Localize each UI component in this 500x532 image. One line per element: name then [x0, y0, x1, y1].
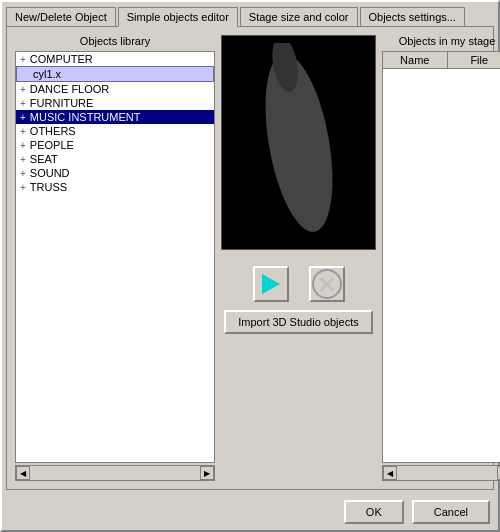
ok-button[interactable]: OK: [344, 500, 404, 524]
tree-item-others[interactable]: + OTHERS: [16, 124, 214, 138]
expand-icon: +: [20, 54, 26, 65]
tree-label-cyl1x: cyl1.x: [33, 68, 61, 80]
preview-svg: [254, 43, 344, 243]
bottom-buttons: OK Cancel: [2, 494, 498, 530]
tree-item-sound[interactable]: + SOUND: [16, 166, 214, 180]
tab-bar: New/Delete Object Simple objects editor …: [2, 2, 498, 26]
preview-box: [221, 35, 376, 250]
scroll-track[interactable]: [32, 469, 198, 477]
right-panel: Objects in my stage Name File ◀ ▶: [382, 35, 500, 481]
tree-item-furniture[interactable]: + FURNITURE: [16, 96, 214, 110]
import-3d-studio-button[interactable]: Import 3D Studio objects: [224, 310, 372, 334]
x-circle-icon: [312, 269, 342, 299]
tree-label-dance-floor: DANCE FLOOR: [30, 83, 109, 95]
stage-rows: [383, 69, 500, 269]
expand-icon: +: [20, 126, 26, 137]
stage-table-header: Name File: [383, 52, 500, 69]
tree-label-others: OTHERS: [30, 125, 76, 137]
right-scroll-left-button[interactable]: ◀: [383, 466, 397, 480]
tree-item-computer[interactable]: + COMPUTER: [16, 52, 214, 66]
stage-col-file: File: [448, 52, 501, 68]
right-scroll-track[interactable]: [399, 469, 495, 477]
tab-new-delete[interactable]: New/Delete Object: [6, 7, 116, 27]
stage-col-name: Name: [383, 52, 448, 68]
tree-item-dance-floor[interactable]: + DANCE FLOOR: [16, 82, 214, 96]
tree-label-music-instrument: MUSIC INSTRUMENT: [30, 111, 141, 123]
scroll-right-button[interactable]: ▶: [200, 466, 214, 480]
tree-item-seat[interactable]: + SEAT: [16, 152, 214, 166]
scroll-left-button[interactable]: ◀: [16, 466, 30, 480]
right-panel-hscrollbar[interactable]: ◀ ▶: [382, 465, 500, 481]
expand-icon: +: [20, 168, 26, 179]
expand-icon: +: [20, 182, 26, 193]
objects-library-tree[interactable]: + COMPUTER cyl1.x + DANCE FLOOR + FURNIT…: [15, 51, 215, 463]
tree-label-people: PEOPLE: [30, 139, 74, 151]
objects-library-title: Objects library: [15, 35, 215, 47]
tree-item-people[interactable]: + PEOPLE: [16, 138, 214, 152]
objects-in-stage-title: Objects in my stage: [382, 35, 500, 47]
center-panel: Import 3D Studio objects: [221, 35, 376, 481]
tree-item-music-instrument[interactable]: + MUSIC INSTRUMENT: [16, 110, 214, 124]
left-panel-hscrollbar[interactable]: ◀ ▶: [15, 465, 215, 481]
tab-simple-objects[interactable]: Simple objects editor: [118, 7, 238, 27]
tree-label-seat: SEAT: [30, 153, 58, 165]
expand-icon: +: [20, 84, 26, 95]
arrow-right-icon: [262, 274, 280, 294]
add-to-stage-button[interactable]: [253, 266, 289, 302]
expand-icon: +: [20, 154, 26, 165]
tab-stage-size[interactable]: Stage size and color: [240, 7, 358, 27]
tab-content: Objects library + COMPUTER cyl1.x + DANC…: [6, 26, 494, 490]
tree-item-cyl1x[interactable]: cyl1.x: [16, 66, 214, 82]
main-content: Objects library + COMPUTER cyl1.x + DANC…: [15, 35, 485, 481]
tab-objects-settings[interactable]: Objects settings...: [360, 7, 465, 27]
tree-item-truss[interactable]: + TRUSS: [16, 180, 214, 194]
remove-button[interactable]: [309, 266, 345, 302]
stage-table: Name File: [382, 51, 500, 463]
svg-point-0: [254, 49, 344, 237]
x-icon: [317, 274, 337, 294]
tree-label-sound: SOUND: [30, 167, 70, 179]
tree-label-furniture: FURNITURE: [30, 97, 94, 109]
expand-icon: +: [20, 98, 26, 109]
cancel-button[interactable]: Cancel: [412, 500, 490, 524]
dialog-window: New/Delete Object Simple objects editor …: [0, 0, 500, 532]
tree-label-computer: COMPUTER: [30, 53, 93, 65]
action-buttons: [253, 266, 345, 302]
tree-label-truss: TRUSS: [30, 181, 67, 193]
left-panel: Objects library + COMPUTER cyl1.x + DANC…: [15, 35, 215, 481]
expand-icon: +: [20, 140, 26, 151]
expand-icon-selected: +: [20, 112, 26, 123]
